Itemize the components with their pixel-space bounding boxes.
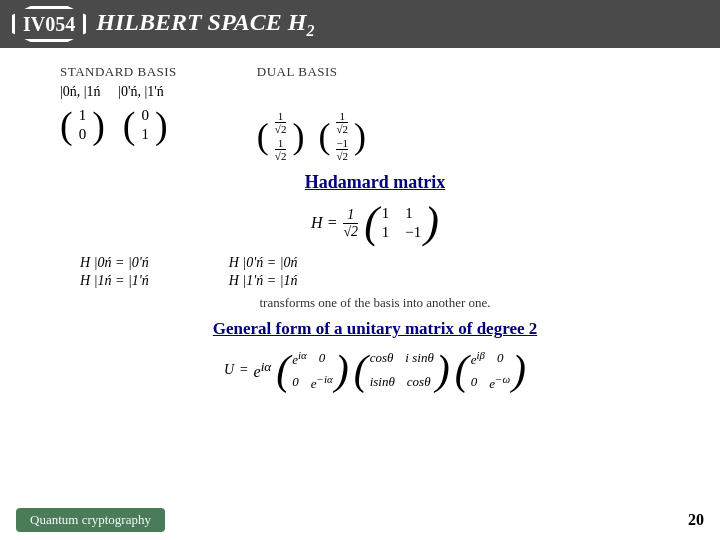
ket0-matrix: ( 1 0 ) [60,106,105,144]
left-bracket: ( [123,106,136,144]
frac-top: 1 √2 [336,110,348,135]
matrix-content: eiα 0 0 e−iα [292,347,332,393]
left-bracket: ( [364,201,379,245]
matrix-values: 1 √2 1 √2 [275,110,287,162]
hadamard-formula: H = 1 √2 ( 1 1 1 −1 ) [60,201,690,245]
eq-left-2: H |1ń = |1'ń [80,273,149,289]
matrix-values: 1 0 [79,107,87,143]
footer: Quantum cryptography 20 [0,508,720,532]
h-letter: H = [311,214,337,232]
right-bracket: ) [335,349,349,391]
right-bracket: ) [292,118,304,154]
standard-basis-matrices: ( 1 0 ) ( 0 1 ) [60,106,177,144]
matrix-content: eiβ 0 0 e−ω [471,347,510,393]
course-badge: IV054 [12,6,86,42]
row-1: eiα 0 [292,347,332,369]
unitary-matrix-1: ( eiα 0 0 e−iα ) [276,347,348,393]
ket1prime-matrix: ( 1 √2 −1 [318,110,366,162]
frac-bottom: −1 √2 [336,137,348,162]
row-1: eiβ 0 [471,347,510,369]
right-bracket: ) [512,349,526,391]
footer-badge: Quantum cryptography [16,508,165,532]
hadamard-matrix: ( 1 1 1 −1 ) [364,201,439,245]
frac-top: 1 √2 [275,110,287,135]
left-bracket: ( [318,118,330,154]
main-content: STANDARD BASIS |0ń, |1ń |0'ń, |1'ń ( 1 0… [0,48,720,413]
left-bracket: ( [276,349,290,391]
badge-text: IV054 [23,13,75,36]
left-bracket: ( [257,118,269,154]
equations-row: H |0ń = |0'ń H |1ń = |1'ń H |0'ń = |0ń H… [80,255,690,291]
standard-basis-section: STANDARD BASIS |0ń, |1ń |0'ń, |1'ń ( 1 0… [60,64,177,162]
standard-basis-kets: |0ń, |1ń |0'ń, |1'ń [60,84,177,100]
unitary-formula: U = eiα ( eiα 0 0 e−iα ) ( cosθ [60,347,690,393]
general-form-title: General form of a unitary matrix of degr… [60,319,690,339]
matrix-values: 1 √2 −1 √2 [336,110,348,162]
basis-row: STANDARD BASIS |0ń, |1ń |0'ń, |1'ń ( 1 0… [60,64,690,162]
equations-right: H |0'ń = |0ń H |1'ń = |1ń [229,255,298,291]
kets-2: |0'ń, |1'ń [118,84,164,99]
right-bracket: ) [92,106,105,144]
eq-left-1: H |0ń = |0'ń [80,255,149,271]
exp-iα: eiα [254,359,272,381]
eq-right-2: H |1'ń = |1ń [229,273,298,289]
right-bracket: ) [155,106,168,144]
hadamard-frac: 1 √2 [343,207,358,240]
left-bracket: ( [354,349,368,391]
dual-basis-matrices: ( 1 √2 1 [257,110,366,162]
eq-right-1: H |0'ń = |0ń [229,255,298,271]
unitary-matrix-2: ( cosθ i sinθ isinθ cosθ ) [354,347,450,393]
transforms-text: transforms one of the basis into another… [60,295,690,311]
page-number: 20 [688,511,704,529]
right-bracket: ) [436,349,450,391]
matrix-content: 1 1 1 −1 [382,205,421,241]
matrix-values: 0 1 [141,107,149,143]
frac-bottom: 1 √2 [275,137,287,162]
row-2: 0 e−ω [471,371,510,393]
title-subscript: 2 [307,21,315,38]
left-bracket: ( [455,349,469,391]
right-bracket: ) [354,118,366,154]
row-1: cosθ i sinθ [370,347,434,369]
left-bracket: ( [60,106,73,144]
kets-1: |0ń, |1ń [60,84,101,99]
hadamard-title: Hadamard matrix [60,172,690,193]
right-bracket: ) [424,201,439,245]
matrix-row-2: 1 −1 [382,224,421,241]
dual-basis-label: DUAL BASIS [257,64,366,80]
header: IV054 HILBERT SPACE H2 [0,0,720,48]
u-letter: U [224,362,234,378]
page-title: HILBERT SPACE H2 [96,9,314,40]
unitary-matrix-3: ( eiβ 0 0 e−ω ) [455,347,526,393]
matrix-row-1: 1 1 [382,205,421,222]
equations-left: H |0ń = |0'ń H |1ń = |1'ń [80,255,149,291]
dual-basis-section: DUAL BASIS ( 1 √2 [257,64,366,162]
matrix-content: cosθ i sinθ isinθ cosθ [370,347,434,393]
standard-basis-label: STANDARD BASIS [60,64,177,80]
ket1-matrix: ( 0 1 ) [123,106,168,144]
row-2: isinθ cosθ [370,371,434,393]
ket0prime-matrix: ( 1 √2 1 [257,110,305,162]
row-2: 0 e−iα [292,371,332,393]
